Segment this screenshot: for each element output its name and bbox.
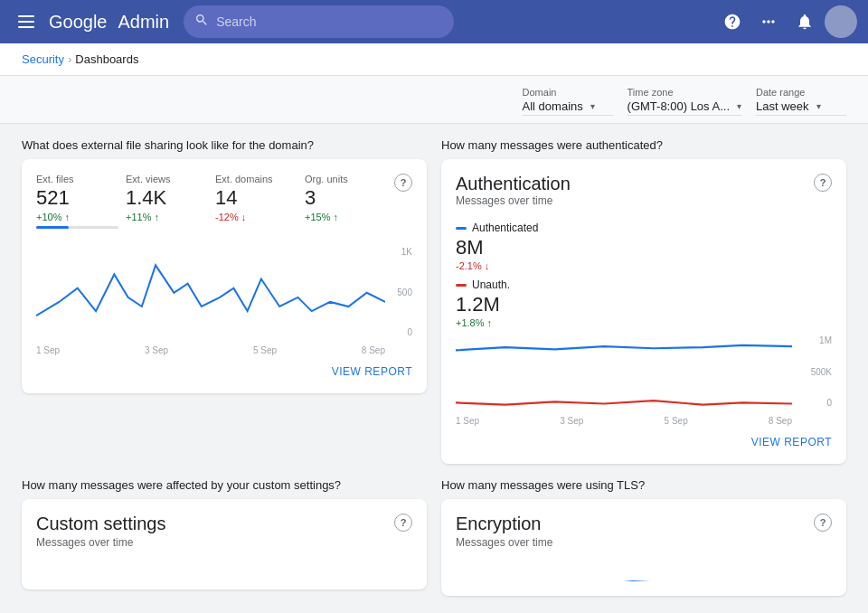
auth-metric-authenticated: Authenticated 8M -2.1% ↓: [456, 222, 832, 271]
encryption-card-title: Encryption: [456, 514, 552, 534]
stat-ext-files-label: Ext. files: [36, 174, 118, 184]
encryption-card: Encryption Messages over time ?: [441, 499, 846, 596]
daterange-select[interactable]: Last week ▾: [756, 99, 846, 116]
authentication-title: How many messages were authenticated?: [441, 138, 846, 152]
file-sharing-section: What does external file sharing look lik…: [22, 138, 427, 464]
authentication-help-icon[interactable]: ?: [814, 174, 832, 192]
auth-x-8sep: 8 Sep: [769, 416, 792, 426]
authentication-view-report-row: VIEW REPORT: [456, 433, 832, 449]
stat-ext-files: Ext. files 521 +10% ↑: [36, 174, 126, 229]
unauth-label-text: Unauth.: [472, 278, 510, 291]
domain-label: Domain: [523, 87, 613, 98]
stat-ext-files-progress-fill: [36, 226, 69, 229]
stat-ext-views-change: +11% ↑: [126, 212, 208, 222]
auth-x-labels: 1 Sep 3 Sep 5 Sep 8 Sep: [456, 416, 792, 426]
help-button[interactable]: [716, 5, 749, 38]
encryption-card-subtitle: Messages over time: [456, 536, 552, 549]
auth-metric-unauth: Unauth. 1.2M +1.8% ↑: [456, 278, 832, 328]
avatar-image: [825, 5, 857, 38]
custom-settings-section: How many messages were affected by your …: [22, 478, 427, 596]
encryption-section: How many messages were using TLS? Encryp…: [441, 478, 846, 596]
stat-org-units: Org. units 3 +15% ↑: [305, 174, 394, 229]
search-bar[interactable]: [184, 5, 453, 38]
file-sharing-card: Ext. files 521 +10% ↑ Ext. views 1.4K +1…: [22, 159, 427, 393]
auth-x-5sep: 5 Sep: [665, 416, 688, 426]
search-icon: [194, 13, 209, 31]
daterange-value: Last week: [756, 99, 809, 113]
stat-ext-views: Ext. views 1.4K +11% ↑: [126, 174, 215, 229]
domain-select[interactable]: All domains ▾: [523, 99, 613, 116]
x-label-3sep: 3 Sep: [145, 345, 168, 355]
auth-metric-unauth-label: Unauth.: [456, 278, 832, 291]
breadcrumb-current: Dashboards: [75, 52, 138, 66]
domain-filter: Domain All domains ▾: [523, 87, 613, 116]
timezone-value: (GMT-8:00) Los A...: [627, 99, 730, 113]
custom-settings-title: How many messages were affected by your …: [22, 478, 427, 492]
auth-y-1m: 1M: [796, 335, 832, 345]
stat-ext-domains-value: 14: [215, 186, 297, 210]
stat-ext-domains-change: -12% ↓: [215, 212, 297, 222]
authenticated-change: -2.1% ↓: [456, 260, 832, 271]
y-label-500: 500: [387, 288, 412, 297]
encryption-chart-partial: [456, 563, 832, 581]
chart-x-labels: 1 Sep 3 Sep 5 Sep 8 Sep: [36, 345, 385, 355]
x-label-5sep: 5 Sep: [253, 345, 277, 355]
breadcrumb-separator: ›: [68, 52, 71, 66]
authentication-card: Authentication Messages over time ? Auth…: [441, 159, 846, 464]
stat-org-units-label: Org. units: [305, 174, 387, 184]
authenticated-value: 8M: [456, 236, 832, 259]
domain-value: All domains: [523, 99, 583, 113]
y-label-1k: 1K: [387, 247, 412, 257]
auth-x-1sep: 1 Sep: [456, 416, 479, 426]
svg-rect-1: [18, 21, 34, 23]
auth-metric-authenticated-label: Authenticated: [456, 222, 832, 234]
authentication-section: How many messages were authenticated? Au…: [441, 138, 846, 464]
file-sharing-chart: 1K 500 0 1 Sep 3 Sep 5 Sep 8 Sep: [36, 247, 412, 355]
encryption-help-icon[interactable]: ?: [814, 514, 832, 532]
notifications-button[interactable]: [788, 5, 821, 38]
authentication-view-report[interactable]: VIEW REPORT: [751, 436, 832, 448]
dashboard: What does external file sharing look lik…: [0, 124, 868, 613]
stat-org-units-value: 3: [305, 186, 387, 210]
breadcrumb-parent[interactable]: Security: [22, 52, 64, 66]
stat-ext-domains: Ext. domains 14 -12% ↓: [215, 174, 305, 229]
google-admin-logo: Google Admin: [49, 12, 169, 33]
breadcrumb: Security › Dashboards: [0, 43, 868, 76]
file-sharing-help-icon[interactable]: ?: [394, 174, 412, 192]
file-sharing-view-report-row: VIEW REPORT: [36, 363, 412, 379]
hamburger-icon[interactable]: [11, 5, 42, 40]
authenticated-legend-dot: [456, 227, 467, 230]
domain-arrow: ▾: [590, 101, 595, 111]
file-sharing-svg: [36, 247, 385, 339]
stat-ext-domains-label: Ext. domains: [215, 174, 297, 184]
custom-settings-help-icon[interactable]: ?: [394, 514, 412, 532]
unauth-value: 1.2M: [456, 293, 832, 316]
auth-x-3sep: 3 Sep: [560, 416, 583, 426]
file-sharing-view-report[interactable]: VIEW REPORT: [332, 365, 412, 378]
custom-settings-card-title: Custom settings: [36, 514, 165, 534]
apps-button[interactable]: [752, 5, 785, 38]
unauth-legend-dot: [456, 284, 467, 287]
authentication-svg: [456, 335, 792, 415]
filters-row: Domain All domains ▾ Time zone (GMT-8:00…: [0, 76, 868, 124]
search-input[interactable]: [216, 14, 442, 29]
timezone-filter: Time zone (GMT-8:00) Los A... ▾: [627, 87, 741, 116]
daterange-arrow: ▾: [816, 101, 821, 111]
stats-row: Ext. files 521 +10% ↑ Ext. views 1.4K +1…: [36, 174, 394, 229]
logo-text: Google: [49, 12, 108, 33]
timezone-label: Time zone: [627, 87, 741, 98]
custom-settings-card: Custom settings Messages over time ?: [22, 499, 427, 589]
daterange-filter: Date range Last week ▾: [756, 87, 846, 116]
admin-label: Admin: [118, 12, 170, 33]
stat-org-units-change: +15% ↑: [305, 212, 387, 222]
top-nav: Google Admin: [0, 0, 868, 43]
timezone-select[interactable]: (GMT-8:00) Los A... ▾: [627, 99, 741, 116]
stat-ext-views-label: Ext. views: [126, 174, 208, 184]
auth-y-500k: 500K: [796, 367, 832, 377]
dashboard-grid: What does external file sharing look lik…: [22, 138, 846, 596]
timezone-arrow: ▾: [737, 101, 741, 111]
auth-y-0: 0: [796, 398, 832, 408]
stat-ext-files-change: +10% ↑: [36, 212, 118, 222]
svg-rect-0: [18, 15, 34, 17]
avatar[interactable]: [825, 5, 857, 38]
